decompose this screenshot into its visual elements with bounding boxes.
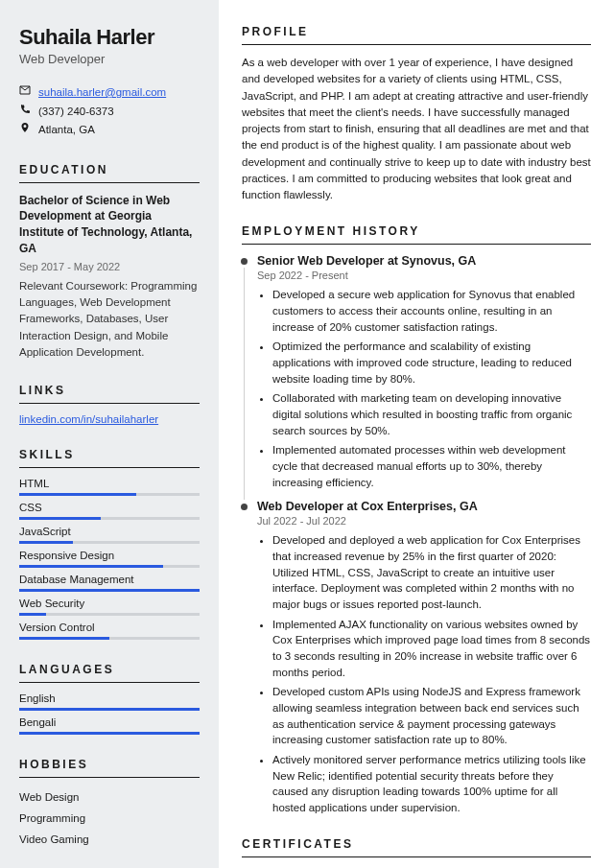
section-title-certificates: CERTIFICATES: [242, 837, 591, 851]
resume-page: Suhaila Harler Web Developer suhaila.har…: [0, 0, 614, 868]
main-column: PROFILE As a web developer with over 1 y…: [219, 0, 614, 868]
section-title-skills: SKILLS: [19, 448, 200, 461]
section-rule: [19, 182, 200, 183]
job-entry: Web Developer at Cox Enterprises, GAJul …: [242, 500, 591, 815]
job-bullet: Developed a secure web application for S…: [272, 287, 591, 335]
skill-item: Version Control: [19, 622, 200, 640]
section-rule: [19, 777, 200, 778]
job-title: Senior Web Developer at Synovus, GA: [257, 254, 591, 268]
timeline-line: [244, 268, 245, 500]
job-entry: Senior Web Developer at Synovus, GASep 2…: [242, 254, 591, 490]
language-bar-fill: [19, 708, 200, 711]
job-bullet: Developed and deployed a web application…: [272, 532, 591, 612]
hobby-item: Video Gaming: [19, 830, 200, 851]
skill-name: JavaScript: [19, 526, 200, 537]
skill-bar-fill: [19, 517, 101, 520]
contact-phone: (337) 240-6373: [38, 103, 114, 122]
skill-bar: [19, 541, 200, 544]
job-title: Web Developer at Cox Enterprises, GA: [257, 500, 591, 513]
link-item: linkedin.com/in/suhailaharler: [19, 413, 200, 425]
language-name: English: [19, 692, 200, 704]
timeline-dot-icon: [241, 504, 248, 510]
skill-item: HTML: [19, 478, 200, 496]
skill-name: HTML: [19, 478, 200, 489]
section-rule: [242, 244, 591, 245]
education-degree: Bachelor of Science in Web Development a…: [19, 193, 200, 257]
skill-item: CSS: [19, 502, 200, 520]
skill-item: Web Security: [19, 598, 200, 616]
section-title-employment: EMPLOYMENT HISTORY: [242, 224, 591, 238]
job-bullet: Collaborated with marketing team on deve…: [272, 390, 591, 438]
skill-bar-fill: [19, 565, 163, 568]
envelope-icon: [19, 83, 31, 103]
skill-name: CSS: [19, 502, 200, 513]
job-bullet: Optimized the performance and scalabilit…: [272, 339, 591, 387]
timeline-dot-icon: [241, 258, 248, 265]
skill-bar: [19, 589, 200, 592]
profile-body: As a web developer with over 1 year of e…: [242, 55, 591, 203]
contact-phone-row: (337) 240-6373: [19, 103, 200, 122]
job-dates: Jul 2022 - Jul 2022: [257, 515, 591, 527]
language-bar-fill: [19, 732, 200, 735]
phone-icon: [19, 103, 31, 122]
profile-link[interactable]: linkedin.com/in/suhailaharler: [19, 413, 158, 425]
language-item: English: [19, 692, 200, 711]
skill-item: Database Management: [19, 574, 200, 592]
skill-bar-fill: [19, 589, 200, 592]
education-body: Relevant Coursework: Programming Languag…: [19, 278, 200, 361]
hobby-item: Web Design: [19, 787, 200, 809]
job-dates: Sep 2022 - Present: [257, 270, 591, 281]
job-bullet: Actively monitored server performance me…: [272, 752, 591, 816]
skill-bar-fill: [19, 637, 109, 640]
section-rule: [19, 403, 200, 404]
skill-bar: [19, 565, 200, 568]
job-bullets: Developed and deployed a web application…: [257, 532, 591, 815]
section-rule: [242, 44, 591, 45]
sidebar: Suhaila Harler Web Developer suhaila.har…: [0, 0, 219, 868]
skill-bar: [19, 517, 200, 520]
skill-item: JavaScript: [19, 526, 200, 544]
person-name: Suhaila Harler: [19, 25, 200, 50]
hobby-item: Programming: [19, 809, 200, 830]
skill-name: Database Management: [19, 574, 200, 585]
contact-location-row: Atlanta, GA: [19, 121, 200, 140]
job-bullet: Implemented AJAX functionality on variou…: [272, 617, 591, 681]
map-pin-icon: [19, 121, 31, 140]
section-title-links: LINKS: [19, 384, 200, 397]
contact-block: suhaila.harler@gmail.com (337) 240-6373 …: [19, 83, 200, 140]
language-name: Bengali: [19, 716, 200, 728]
contact-location: Atlanta, GA: [38, 121, 95, 140]
skill-bar-fill: [19, 541, 73, 544]
skill-bar-fill: [19, 493, 136, 496]
job-bullet: Developed custom APIs using NodeJS and E…: [272, 684, 591, 748]
person-role: Web Developer: [19, 52, 200, 66]
contact-email-row: suhaila.harler@gmail.com: [19, 83, 200, 103]
timeline: [242, 258, 249, 500]
section-rule: [19, 682, 200, 683]
skill-name: Version Control: [19, 622, 200, 633]
skill-name: Responsive Design: [19, 550, 200, 561]
language-bar: [19, 732, 200, 735]
language-bar: [19, 708, 200, 711]
section-title-languages: LANGUAGES: [19, 663, 200, 676]
language-item: Bengali: [19, 716, 200, 735]
section-title-education: EDUCATION: [19, 163, 200, 176]
skill-item: Responsive Design: [19, 550, 200, 568]
section-rule: [242, 856, 591, 857]
skill-bar-fill: [19, 613, 46, 616]
skill-bar: [19, 613, 200, 616]
job-bullet: Implemented automated processes within w…: [272, 442, 591, 490]
skill-name: Web Security: [19, 598, 200, 609]
skill-bar: [19, 493, 200, 496]
timeline: [242, 504, 249, 825]
skill-bar: [19, 637, 200, 640]
contact-email[interactable]: suhaila.harler@gmail.com: [38, 83, 166, 103]
section-title-profile: PROFILE: [242, 25, 591, 38]
education-dates: Sep 2017 - May 2022: [19, 261, 200, 272]
job-bullets: Developed a secure web application for S…: [257, 287, 591, 490]
section-title-hobbies: HOBBIES: [19, 758, 200, 771]
section-rule: [19, 467, 200, 468]
